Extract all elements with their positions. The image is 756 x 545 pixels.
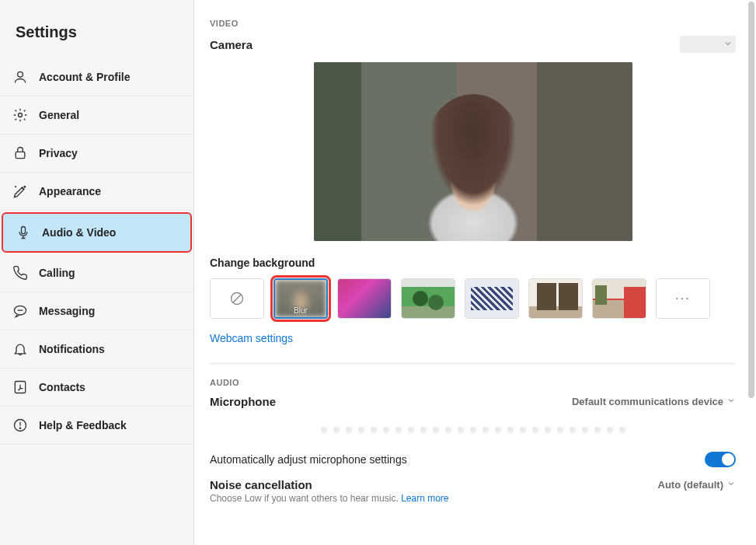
- settings-sidebar: Settings Account & ProfileGeneralPrivacy…: [0, 0, 194, 545]
- camera-select-dropdown[interactable]: [680, 36, 736, 53]
- sidebar-title: Settings: [0, 0, 193, 58]
- sidebar-item-label: Help & Feedback: [39, 419, 127, 431]
- contacts-icon: [12, 379, 28, 395]
- microphone-device-dropdown[interactable]: Default communications device: [572, 396, 736, 407]
- sidebar-item-calling[interactable]: Calling: [0, 254, 193, 292]
- background-option-image-2[interactable]: [401, 278, 455, 319]
- chevron-down-icon: [726, 479, 736, 491]
- sidebar-item-privacy[interactable]: Privacy: [0, 135, 193, 173]
- svg-point-11: [19, 428, 20, 428]
- audio-section-label: AUDIO: [210, 378, 736, 387]
- sidebar-item-label: Notifications: [39, 343, 105, 355]
- sidebar-item-audio-video[interactable]: Audio & Video: [2, 212, 192, 253]
- sidebar-item-notifications[interactable]: Notifications: [0, 330, 193, 369]
- privacy-icon: [12, 145, 28, 161]
- chevron-down-icon: [723, 37, 733, 51]
- svg-point-3: [24, 186, 26, 187]
- sidebar-item-label: Audio & Video: [42, 226, 116, 239]
- vertical-scrollbar[interactable]: [748, 2, 754, 398]
- section-divider: [210, 363, 736, 364]
- sidebar-item-appearance[interactable]: Appearance: [0, 173, 193, 211]
- calling-icon: [12, 265, 28, 281]
- svg-point-1: [19, 114, 23, 117]
- sidebar-item-help-feedback[interactable]: Help & Feedback: [0, 407, 193, 445]
- noise-cancellation-subtext: Choose Low if you want others to hear mu…: [210, 493, 736, 504]
- background-option-image-3[interactable]: [465, 278, 519, 319]
- help-feedback-icon: [12, 417, 28, 433]
- sidebar-item-label: Messaging: [39, 305, 95, 317]
- main-content: VIDEO Camera Change background Blur ··· …: [194, 0, 756, 545]
- video-section-label: VIDEO: [210, 19, 736, 28]
- microphone-level-meter: [210, 419, 736, 452]
- sidebar-item-general[interactable]: General: [0, 96, 193, 135]
- noise-cancellation-dropdown[interactable]: Auto (default): [658, 479, 736, 491]
- microphone-device-value: Default communications device: [572, 396, 723, 407]
- sidebar-item-label: Contacts: [39, 381, 85, 393]
- messaging-icon: [12, 303, 28, 319]
- noise-cancellation-heading: Noise cancellation: [210, 478, 312, 491]
- sidebar-item-label: Calling: [39, 267, 75, 279]
- sidebar-item-label: Account & Profile: [39, 71, 130, 83]
- camera-preview: [314, 62, 632, 241]
- account-profile-icon: [12, 69, 28, 85]
- change-background-label: Change background: [210, 257, 736, 269]
- sidebar-item-label: General: [39, 109, 79, 121]
- sidebar-item-messaging[interactable]: Messaging: [0, 292, 193, 330]
- svg-rect-5: [22, 227, 26, 234]
- svg-rect-2: [16, 152, 25, 158]
- background-option-blur[interactable]: Blur: [273, 278, 328, 319]
- chevron-down-icon: [726, 396, 736, 407]
- auto-adjust-label: Automatically adjust microphone settings: [210, 453, 407, 466]
- noise-cancellation-value: Auto (default): [658, 479, 723, 491]
- general-icon: [12, 107, 28, 123]
- camera-heading: Camera: [210, 38, 253, 51]
- learn-more-link[interactable]: Learn more: [401, 493, 448, 504]
- blur-tile-label: Blur: [275, 306, 326, 315]
- background-option-image-4[interactable]: [528, 278, 583, 319]
- background-options-row: Blur ···: [210, 278, 736, 319]
- svg-point-4: [16, 187, 16, 187]
- audio-video-icon: [16, 225, 31, 240]
- svg-point-0: [18, 72, 23, 77]
- auto-adjust-toggle[interactable]: [705, 452, 736, 467]
- background-option-none[interactable]: [210, 278, 264, 319]
- sidebar-item-label: Appearance: [39, 185, 101, 197]
- webcam-settings-link[interactable]: Webcam settings: [210, 332, 293, 344]
- notifications-icon: [12, 341, 28, 357]
- microphone-heading: Microphone: [210, 395, 276, 408]
- background-option-image-5[interactable]: [592, 278, 646, 319]
- svg-line-13: [233, 295, 241, 302]
- background-option-more[interactable]: ···: [656, 278, 710, 319]
- sidebar-item-contacts[interactable]: Contacts: [0, 369, 193, 407]
- appearance-icon: [12, 183, 28, 199]
- background-option-image-1[interactable]: [337, 278, 392, 319]
- sidebar-item-label: Privacy: [39, 147, 78, 159]
- sidebar-item-account-profile[interactable]: Account & Profile: [0, 58, 193, 96]
